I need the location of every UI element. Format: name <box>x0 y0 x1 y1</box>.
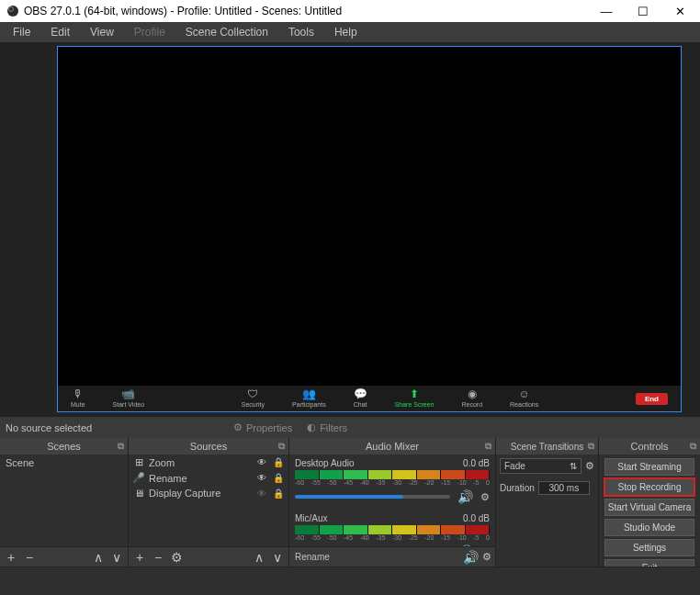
duration-input[interactable] <box>538 481 590 495</box>
scenes-list[interactable]: Scene <box>0 455 128 546</box>
source-props-button[interactable]: ⚙ <box>169 550 184 565</box>
scene-down-button[interactable]: ∨ <box>109 550 124 565</box>
sources-list[interactable]: ⊞ Zoom 👁 🔒 🎤 Rename 👁 🔒 🖥 Display Captur… <box>129 455 288 546</box>
scene-item[interactable]: Scene <box>0 455 128 471</box>
shield-icon: 🛡 <box>247 389 258 400</box>
vu-meter <box>295 525 490 534</box>
speaker-icon[interactable]: 🔊 <box>457 544 473 546</box>
transition-settings-icon[interactable]: ⚙ <box>585 460 594 472</box>
display-icon: 🖥 <box>132 488 145 499</box>
zoom-end-button[interactable]: End <box>636 393 668 405</box>
audio-mixer-panel: Audio Mixer⧉ Desktop Audio0.0 dB -60-55-… <box>289 438 496 567</box>
zoom-chat[interactable]: 💬Chat <box>354 389 367 409</box>
channel-level: 0.0 dB <box>463 458 490 468</box>
menu-file[interactable]: File <box>4 24 40 40</box>
start-virtual-camera-button[interactable]: Start Virtual Camera <box>604 499 694 516</box>
preview-area: 🎙Mute 📹Start Video 🛡Security 👥Participan… <box>0 42 700 416</box>
menu-edit[interactable]: Edit <box>41 24 79 40</box>
dock-icon[interactable]: ⧉ <box>485 441 491 452</box>
filter-icon: ◐ <box>307 421 316 433</box>
channel-settings-icon[interactable]: ⚙ <box>482 551 491 563</box>
zoom-reactions[interactable]: ☺Reactions <box>510 389 538 409</box>
transitions-body: Fade⇅ ⚙ Duration <box>496 455 598 567</box>
share-icon: ⬆ <box>410 389 419 400</box>
speaker-icon[interactable]: 🔊 <box>463 550 479 565</box>
filters-button[interactable]: ◐Filters <box>299 420 355 435</box>
zoom-share-screen[interactable]: ⬆Share Screen <box>395 389 435 409</box>
remove-scene-button[interactable]: − <box>22 550 37 565</box>
audio-footer: Rename 🔊 ⚙ <box>289 546 495 567</box>
exit-button[interactable]: Exit <box>604 559 694 567</box>
sources-panel: Sources⧉ ⊞ Zoom 👁 🔒 🎤 Rename 👁 🔒 🖥 Displ… <box>129 438 289 567</box>
transition-select[interactable]: Fade⇅ <box>500 458 581 474</box>
add-source-button[interactable]: + <box>132 550 147 565</box>
visibility-toggle[interactable]: 👁 <box>255 473 268 483</box>
add-scene-button[interactable]: + <box>4 550 18 565</box>
source-down-button[interactable]: ∨ <box>270 550 285 565</box>
volume-slider[interactable] <box>295 495 450 499</box>
zoom-toolbar: 🎙Mute 📹Start Video 🛡Security 👥Participan… <box>58 386 681 411</box>
audio-body: Desktop Audio0.0 dB -60-55-50-45-40-35-3… <box>289 455 495 546</box>
lock-toggle[interactable]: 🔒 <box>272 457 285 467</box>
lock-toggle[interactable]: 🔒 <box>272 488 285 499</box>
scenes-panel: Scenes⧉ Scene + − ∧ ∨ <box>0 438 129 567</box>
dock-icon[interactable]: ⧉ <box>118 441 124 452</box>
sources-toolbar: + − ⚙ ∧ ∨ <box>129 546 288 567</box>
menu-profile[interactable]: Profile <box>125 24 175 40</box>
controls-header: Controls⧉ <box>599 438 700 455</box>
meter-ticks: -60-55-50-45-40-35-30-25-20-15-10-50 <box>295 534 490 541</box>
window-title: OBS 27.0.1 (64-bit, windows) - Profile: … <box>24 5 588 17</box>
properties-button[interactable]: ⚙Properties <box>226 420 299 435</box>
audio-channel: Desktop Audio0.0 dB -60-55-50-45-40-35-3… <box>289 455 495 510</box>
zoom-security[interactable]: 🛡Security <box>242 389 265 409</box>
meter-ticks: -60-55-50-45-40-35-30-25-20-15-10-50 <box>295 479 490 486</box>
menu-scene-collection[interactable]: Scene Collection <box>176 24 277 40</box>
source-status: No source selected <box>6 422 226 433</box>
settings-button[interactable]: Settings <box>604 539 694 556</box>
zoom-mute[interactable]: 🎙Mute <box>71 389 85 409</box>
remove-source-button[interactable]: − <box>151 550 165 565</box>
menu-help[interactable]: Help <box>325 24 367 40</box>
channel-settings-icon[interactable]: ⚙ <box>480 491 490 503</box>
transitions-panel: Scene Transitions⧉ Fade⇅ ⚙ Duration <box>496 438 599 567</box>
titlebar: OBS 27.0.1 (64-bit, windows) - Profile: … <box>0 0 700 22</box>
audio-header: Audio Mixer⧉ <box>289 438 495 455</box>
zoom-participants[interactable]: 👥Participants <box>292 389 326 409</box>
zoom-start-video[interactable]: 📹Start Video <box>113 389 145 409</box>
source-item[interactable]: 🖥 Display Capture 👁 🔒 <box>129 486 288 500</box>
menu-tools[interactable]: Tools <box>279 24 323 40</box>
maximize-button[interactable]: ☐ <box>625 0 661 22</box>
dock-panels: Scenes⧉ Scene + − ∧ ∨ Sources⧉ ⊞ Zoom 👁 … <box>0 438 700 567</box>
stop-recording-button[interactable]: Stop Recording <box>604 478 694 496</box>
zoom-record[interactable]: ◉Record <box>461 389 482 409</box>
window-icon: ⊞ <box>132 456 145 468</box>
scenes-header: Scenes⧉ <box>0 438 128 455</box>
close-button[interactable]: ✕ <box>661 0 698 22</box>
minimize-button[interactable]: — <box>588 0 625 22</box>
menu-view[interactable]: View <box>81 24 123 40</box>
start-streaming-button[interactable]: Start Streaming <box>604 458 694 476</box>
visibility-toggle[interactable]: 👁 <box>255 457 268 467</box>
scenes-toolbar: + − ∧ ∨ <box>0 546 128 567</box>
source-item[interactable]: ⊞ Zoom 👁 🔒 <box>129 455 288 470</box>
studio-mode-button[interactable]: Studio Mode <box>604 519 694 536</box>
app-icon <box>6 4 20 18</box>
dock-icon[interactable]: ⧉ <box>690 441 696 452</box>
visibility-toggle[interactable]: 👁 <box>255 488 268 499</box>
speaker-icon[interactable]: 🔊 <box>457 489 473 504</box>
preview-canvas[interactable]: 🎙Mute 📹Start Video 🛡Security 👥Participan… <box>57 46 682 412</box>
lock-toggle[interactable]: 🔒 <box>272 473 285 483</box>
menubar: File Edit View Profile Scene Collection … <box>0 22 700 42</box>
dock-icon[interactable]: ⧉ <box>588 441 594 452</box>
sources-header: Sources⧉ <box>129 438 288 455</box>
mic-icon: 🎤 <box>132 472 145 484</box>
channel-name: Desktop Audio <box>295 458 355 468</box>
channel-settings-icon[interactable]: ⚙ <box>480 546 490 547</box>
scene-up-button[interactable]: ∧ <box>91 550 106 565</box>
properties-bar: No source selected ⚙Properties ◐Filters <box>0 416 700 438</box>
video-icon: 📹 <box>121 389 135 400</box>
dock-icon[interactable]: ⧉ <box>278 441 285 452</box>
controls-panel: Controls⧉ Start Streaming Stop Recording… <box>599 438 700 567</box>
source-item[interactable]: 🎤 Rename 👁 🔒 <box>129 470 288 486</box>
source-up-button[interactable]: ∧ <box>252 550 266 565</box>
